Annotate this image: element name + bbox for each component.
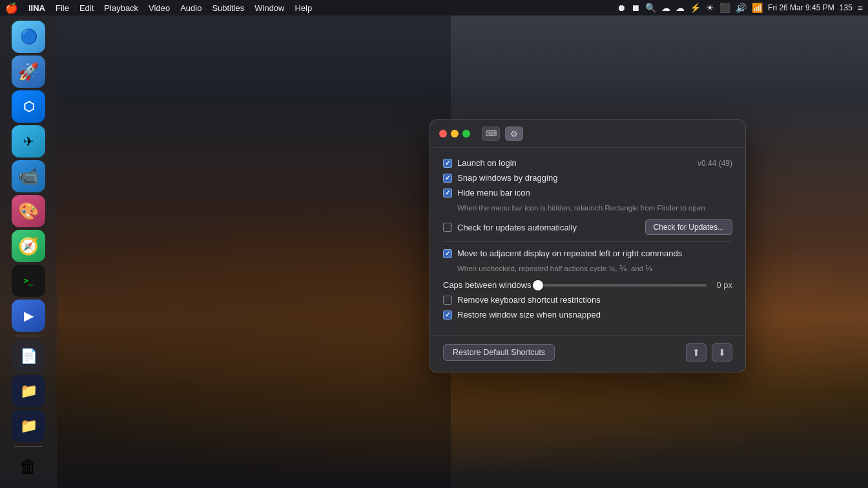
gear-icon: ⚙ bbox=[510, 129, 518, 139]
shortcuts-icon: ⌨ bbox=[486, 129, 497, 138]
check-updates-checkbox[interactable] bbox=[443, 223, 452, 232]
footer-icons: ⬆ ⬇ bbox=[686, 343, 732, 361]
caps-between-label: Caps between windows bbox=[443, 280, 532, 290]
restore-window-label: Restore window size when unsnapped bbox=[457, 310, 601, 320]
dock-divider bbox=[14, 336, 43, 336]
terminal-icon: >_ bbox=[24, 276, 33, 285]
panel-footer: Restore Default Shortcuts ⬆ ⬇ bbox=[430, 335, 745, 372]
dock-item-zoom[interactable]: 📹 bbox=[12, 160, 45, 192]
snap-windows-row: Snap windows by dragging bbox=[443, 173, 732, 183]
import-button[interactable]: ⬇ bbox=[712, 343, 732, 361]
dock-item-creativelabs[interactable]: 🎨 bbox=[12, 195, 45, 227]
menu-window[interactable]: Window bbox=[254, 3, 284, 13]
panel-titlebar: ⌨ ⚙ bbox=[430, 120, 745, 148]
check-updates-wrap: Check for updates automatically bbox=[443, 223, 577, 232]
traffic-lights bbox=[439, 130, 470, 137]
dark-overlay bbox=[57, 15, 451, 488]
keyboard-icon: ⬛ bbox=[719, 3, 730, 13]
settings-tab[interactable]: ⚙ bbox=[505, 127, 523, 141]
launch-on-login-row: Launch on login v0.44 (49) bbox=[443, 158, 732, 168]
menu-file[interactable]: File bbox=[56, 3, 69, 13]
close-button[interactable] bbox=[439, 130, 447, 137]
menu-edit[interactable]: Edit bbox=[79, 3, 94, 13]
move-adjacent-helper: When unchecked, repeated half actions cy… bbox=[457, 263, 732, 274]
launchpad-icon: 🚀 bbox=[18, 62, 39, 82]
infuse-icon: ▶ bbox=[24, 308, 34, 323]
hide-menu-bar-checkbox[interactable] bbox=[443, 188, 452, 198]
menubar: 🍎 IINA File Edit Playback Video Audio Su… bbox=[0, 0, 868, 15]
minimize-button[interactable] bbox=[451, 130, 459, 137]
check-updates-button[interactable]: Check for Updates... bbox=[645, 219, 732, 235]
bolt-icon: ⚡ bbox=[690, 3, 701, 13]
restore-defaults-button[interactable]: Restore Default Shortcuts bbox=[443, 344, 555, 361]
remove-keyboard-checkbox[interactable] bbox=[443, 296, 452, 305]
dock-divider-2 bbox=[14, 446, 43, 447]
apple-menu[interactable]: 🍎 bbox=[5, 2, 18, 14]
dock-item-telegram[interactable]: ✈ bbox=[12, 125, 45, 158]
dock-item-vscode[interactable]: ⬡ bbox=[12, 90, 45, 123]
vscode-icon: ⬡ bbox=[23, 99, 34, 114]
titlebar-icons: ⌨ ⚙ bbox=[482, 127, 523, 141]
volume-icon: 🔊 bbox=[736, 3, 747, 13]
file2-icon: 📁 bbox=[20, 383, 37, 400]
version-badge: v0.44 (49) bbox=[698, 159, 732, 168]
export-button[interactable]: ⬆ bbox=[686, 343, 707, 361]
shortcuts-tab[interactable]: ⌨ bbox=[482, 127, 500, 141]
remove-keyboard-row: Remove keyboard shortcut restrictions bbox=[443, 295, 732, 305]
hide-menu-bar-row: Hide menu bar icon bbox=[443, 188, 732, 198]
creativelabs-icon: 🎨 bbox=[18, 201, 39, 221]
move-adjacent-checkbox[interactable] bbox=[443, 249, 452, 258]
dock-item-file1[interactable]: 📄 bbox=[12, 340, 45, 372]
hide-menu-bar-label: Hide menu bar icon bbox=[457, 188, 530, 198]
cloud2-icon: ☁ bbox=[676, 3, 685, 13]
check-updates-row: Check for updates automatically Check fo… bbox=[443, 219, 732, 235]
dock: 🔵 🚀 ⬡ ✈ 📹 🎨 🧭 >_ ▶ 📄 📁 📁 🗑 bbox=[0, 15, 57, 488]
export-icon: ⬆ bbox=[692, 347, 700, 358]
snap-windows-checkbox[interactable] bbox=[443, 174, 452, 183]
dock-item-file2[interactable]: 📁 bbox=[12, 375, 45, 407]
menubar-left: 🍎 IINA File Edit Playback Video Audio Su… bbox=[5, 2, 312, 14]
dock-item-file3[interactable]: 📁 bbox=[12, 410, 45, 442]
file3-icon: 📁 bbox=[20, 418, 37, 434]
remove-keyboard-label: Remove keyboard shortcut restrictions bbox=[457, 295, 601, 305]
hide-menu-bar-helper: When the menu bar icon is hidden, relaun… bbox=[457, 203, 732, 213]
maximize-button[interactable] bbox=[462, 130, 470, 137]
caps-slider-thumb[interactable] bbox=[533, 280, 543, 290]
launch-on-login-checkbox[interactable] bbox=[443, 159, 452, 168]
divider-1 bbox=[443, 241, 732, 242]
zoom-icon: 📹 bbox=[18, 167, 39, 187]
menu-subtitles[interactable]: Subtitles bbox=[212, 3, 244, 13]
finder-icon: 🔵 bbox=[20, 28, 37, 45]
import-icon: ⬇ bbox=[718, 347, 726, 358]
safari-icon: 🧭 bbox=[18, 236, 39, 256]
cloud1-icon: ☁ bbox=[661, 3, 670, 13]
wifi-icon: 📶 bbox=[752, 3, 763, 13]
datetime: Fri 26 Mar 9:45 PM bbox=[768, 3, 834, 12]
trash-icon: 🗑 bbox=[19, 456, 37, 477]
menu-audio[interactable]: Audio bbox=[180, 3, 202, 13]
stop-icon: ⏹ bbox=[631, 3, 640, 13]
launch-on-login-wrap: Launch on login bbox=[443, 158, 517, 168]
telegram-icon: ✈ bbox=[23, 134, 34, 149]
menu-playback[interactable]: Playback bbox=[104, 3, 138, 13]
search-icon[interactable]: 🔍 bbox=[645, 3, 656, 13]
menubar-right: ⏺ ⏹ 🔍 ☁ ☁ ⚡ ☀ ⬛ 🔊 📶 Fri 26 Mar 9:45 PM 1… bbox=[617, 3, 863, 13]
restore-window-checkbox[interactable] bbox=[443, 310, 452, 320]
menu-icon[interactable]: ≡ bbox=[858, 3, 863, 13]
snap-windows-label: Snap windows by dragging bbox=[457, 173, 557, 183]
dock-item-finder[interactable]: 🔵 bbox=[12, 21, 45, 53]
caps-slider-value: 0 px bbox=[713, 280, 732, 290]
menu-help[interactable]: Help bbox=[295, 3, 313, 13]
dock-item-terminal[interactable]: >_ bbox=[12, 265, 45, 297]
dock-item-safari[interactable]: 🧭 bbox=[12, 230, 45, 262]
dock-item-trash[interactable]: 🗑 bbox=[12, 451, 45, 483]
launch-on-login-label: Launch on login bbox=[457, 158, 517, 168]
menu-video[interactable]: Video bbox=[149, 3, 170, 13]
app-name[interactable]: IINA bbox=[28, 3, 45, 13]
caps-slider-track[interactable] bbox=[538, 284, 707, 287]
settings-panel: ⌨ ⚙ Launch on login v0.44 (49) Snap wind… bbox=[429, 119, 746, 372]
dock-item-launchpad[interactable]: 🚀 bbox=[12, 56, 45, 88]
dock-item-infuse[interactable]: ▶ bbox=[12, 300, 45, 332]
panel-content: Launch on login v0.44 (49) Snap windows … bbox=[430, 148, 745, 335]
record-icon: ⏺ bbox=[617, 3, 626, 13]
